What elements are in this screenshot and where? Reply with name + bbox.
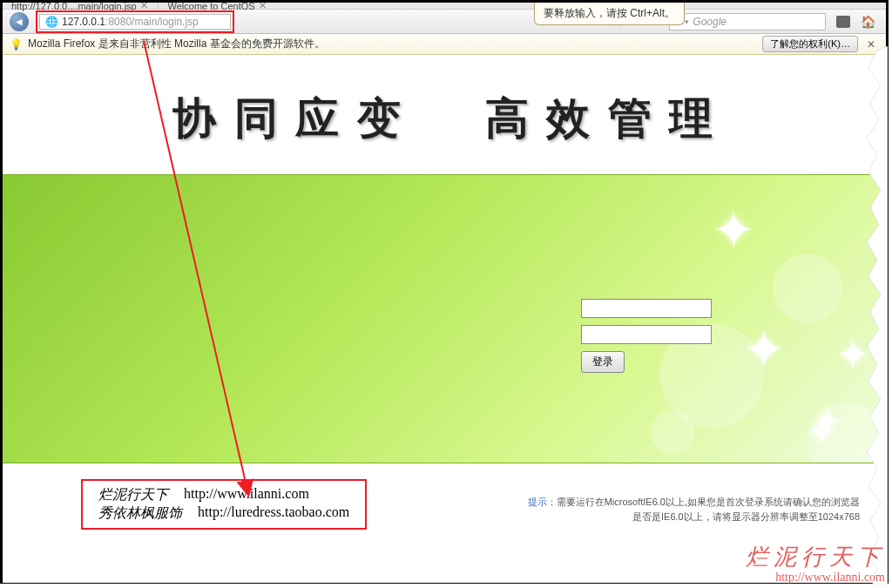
page-footer: 烂泥行天下 http://www.ilanni.com 秀依林枫服饰 http:… bbox=[3, 463, 886, 530]
binoculars-icon[interactable] bbox=[836, 16, 850, 28]
footer-url-1: http://www.ilanni.com bbox=[184, 486, 309, 504]
browser-tabs-bar: http://127.0.0....main/login.jsp ✕ | Wel… bbox=[3, 3, 886, 10]
footer-label-1: 烂泥行天下 bbox=[98, 486, 168, 504]
vm-input-tooltip: 要释放输入，请按 Ctrl+Alt。 bbox=[534, 3, 685, 25]
torn-paper-edge bbox=[862, 46, 888, 586]
url-input[interactable]: 🌐 127.0.0.1:8080/main/login.jsp bbox=[39, 14, 231, 30]
bokeh-circle bbox=[651, 410, 694, 454]
login-form: 登录 bbox=[581, 299, 712, 373]
login-button[interactable]: 登录 bbox=[581, 351, 625, 373]
back-button[interactable]: ◄ bbox=[10, 12, 29, 31]
footer-url-2: http://luredress.taobao.com bbox=[198, 504, 349, 523]
annotation-box-footer: 烂泥行天下 http://www.ilanni.com 秀依林枫服饰 http:… bbox=[81, 479, 367, 530]
browser-nav-bar: ◄ 🌐 127.0.0.1:8080/main/login.jsp ☆ ▾ ↻ … bbox=[3, 10, 886, 34]
search-input[interactable]: G ▾ Google bbox=[669, 13, 826, 30]
username-field[interactable] bbox=[581, 299, 712, 318]
screenshot-frame: 要释放输入，请按 Ctrl+Alt。 http://127.0.0....mai… bbox=[0, 0, 889, 584]
compatibility-hint: 提示：需要运行在MicrosoftIE6.0以上,如果您是首次登录系统请确认您的… bbox=[528, 495, 860, 530]
watermark: 烂泥行天下 http://www.ilanni.com bbox=[746, 542, 885, 585]
sparkle-icon: ✦ bbox=[712, 199, 755, 260]
password-field[interactable] bbox=[581, 325, 712, 344]
browser-info-bar: 💡 Mozilla Firefox 是来自非营利性 Mozilla 基金会的免费… bbox=[3, 34, 886, 55]
sparkle-icon: ✦ bbox=[742, 319, 786, 380]
login-banner: ✦ ✦ ✦ ✦ ✦ 登录 bbox=[3, 174, 886, 463]
know-rights-button[interactable]: 了解您的权利(K)… bbox=[762, 36, 858, 52]
bulb-icon: 💡 bbox=[10, 38, 23, 51]
annotation-box-url: 🌐 127.0.0.1:8080/main/login.jsp bbox=[36, 10, 234, 33]
page-content: 协 同 应 变 高 效 管 理 ✦ ✦ ✦ ✦ ✦ 登录 bbox=[3, 55, 886, 583]
sparkle-icon: ✦ bbox=[806, 409, 838, 454]
globe-icon: 🌐 bbox=[45, 16, 58, 28]
hero-slogan: 协 同 应 变 高 效 管 理 bbox=[3, 55, 886, 174]
chevron-down-icon[interactable]: ▾ bbox=[685, 17, 689, 26]
home-icon[interactable]: 🏠 bbox=[857, 15, 879, 29]
bokeh-circle bbox=[773, 253, 842, 323]
footer-label-2: 秀依林枫服饰 bbox=[98, 504, 182, 523]
info-text: Mozilla Firefox 是来自非营利性 Mozilla 基金会的免费开源… bbox=[28, 37, 325, 51]
